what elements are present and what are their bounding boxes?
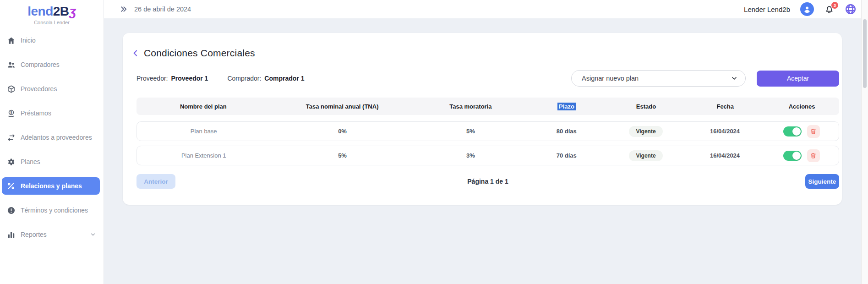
page-title: Condiciones Comerciales: [144, 48, 255, 59]
sidebar-item-label: Inicio: [21, 37, 36, 44]
status-toggle[interactable]: [783, 126, 802, 137]
tna-cell: 0%: [270, 128, 414, 135]
sidebar-item-relaciones-y-planes[interactable]: Relaciones y planes: [2, 177, 100, 195]
percent-icon: [6, 181, 16, 191]
page-scrollbar[interactable]: [861, 0, 868, 284]
chevron-down-icon: [731, 75, 738, 82]
sidebar-item-prestamos[interactable]: $ Préstamos: [2, 104, 100, 122]
sidebar-item-label: Proveedores: [21, 85, 57, 93]
sidebar: lend2Bʒ Consola Lender Inicio Compradore…: [0, 0, 104, 284]
bar-chart-icon: [6, 230, 16, 239]
page-info: Página 1 de 1: [467, 178, 508, 185]
late-rate-cell: 5%: [415, 128, 527, 135]
sidebar-item-inicio[interactable]: Inicio: [2, 32, 100, 49]
table-header-row: Nombre del plan Tasa nominal anual (TNA)…: [136, 98, 839, 115]
late-rate-cell: 3%: [415, 152, 527, 159]
sidebar-item-label: Planes: [21, 158, 40, 165]
main-content: Condiciones Comerciales Proveedor: Prove…: [104, 18, 861, 284]
brand-logo: lend2Bʒ Consola Lender: [0, 0, 104, 25]
condiciones-card: Condiciones Comerciales Proveedor: Prove…: [123, 33, 842, 205]
user-avatar[interactable]: [800, 2, 814, 16]
language-globe-icon[interactable]: [845, 3, 857, 15]
scrollbar-thumb[interactable]: [863, 19, 867, 88]
status-badge: Vigente: [629, 126, 662, 137]
delete-button[interactable]: [807, 149, 820, 162]
sidebar-item-adelantos[interactable]: Adelantos a proveedores: [2, 129, 100, 146]
header-acciones: Acciones: [764, 103, 839, 110]
sidebar-item-label: Adelantos a proveedores: [21, 134, 92, 141]
package-icon: [6, 84, 16, 93]
selected-text-plazo: Plazo: [557, 103, 576, 110]
transfer-icon: [6, 133, 16, 142]
status-cell: Vigente: [606, 150, 685, 161]
plan-name-cell: Plan base: [137, 128, 270, 135]
header-tna: Tasa nominal anual (TNA): [270, 103, 415, 110]
trash-icon: [810, 152, 817, 159]
users-icon: [6, 60, 16, 69]
assign-plan-select[interactable]: Asignar nuevo plan: [571, 70, 746, 87]
logo-text-lend: lend: [27, 4, 53, 18]
table-row: Plan Extension 1 5% 3% 70 días Vigente 1…: [136, 146, 839, 165]
date-cell: 16/04/2024: [686, 152, 764, 159]
logo-text-2b: 2B: [53, 4, 69, 18]
term-cell: 80 días: [527, 128, 606, 135]
provider-label: Proveedor:: [136, 75, 168, 82]
notifications-bell-icon[interactable]: 3: [824, 4, 835, 15]
previous-page-button[interactable]: Anterior: [136, 174, 175, 189]
svg-text:$: $: [10, 111, 12, 115]
toolbar: Proveedor: Proveedor 1 Comprador: Compra…: [136, 70, 839, 87]
sidebar-nav: Inicio Compradores Proveedores $ Préstam…: [0, 32, 104, 243]
logo-accent-glyph: ʒ: [70, 4, 76, 18]
trash-icon: [810, 128, 817, 135]
sidebar-item-proveedores[interactable]: Proveedores: [2, 80, 100, 98]
back-chevron-icon[interactable]: [131, 49, 140, 58]
date-cell: 16/04/2024: [686, 128, 764, 135]
status-badge: Vigente: [629, 150, 662, 161]
sidebar-item-compradores[interactable]: Compradores: [2, 56, 100, 73]
accept-button[interactable]: Aceptar: [757, 71, 839, 87]
chevron-down-icon: [90, 231, 96, 238]
delete-button[interactable]: [807, 125, 820, 138]
sidebar-item-planes[interactable]: Planes: [2, 153, 100, 170]
actions-cell: [764, 125, 839, 138]
plan-name-cell: Plan Extension 1: [137, 152, 270, 159]
header-tasa-moratoria: Tasa moratoria: [415, 103, 527, 110]
sidebar-item-terminos[interactable]: Términos y condiciones: [2, 202, 100, 219]
alert-icon: [6, 206, 16, 215]
term-cell: 70 días: [527, 152, 606, 159]
gear-icon: [6, 157, 16, 166]
brand-subtitle: Consola Lender: [0, 20, 104, 25]
assign-plan-select-value: Asignar nuevo plan: [582, 75, 639, 82]
topbar: 26 de abril de 2024 Lender Lend2b 3: [104, 0, 861, 18]
buyer-value: Comprador 1: [264, 75, 304, 82]
next-page-button[interactable]: Siguiente: [805, 174, 839, 189]
buyer-label: Comprador:: [227, 75, 261, 82]
user-name: Lender Lend2b: [744, 5, 790, 13]
sidebar-item-label: Términos y condiciones: [21, 207, 88, 214]
sidebar-item-label: Compradores: [21, 61, 60, 68]
sidebar-item-label: Reportes: [21, 231, 47, 238]
topbar-date: 26 de abril de 2024: [134, 5, 191, 13]
sidebar-item-reportes[interactable]: Reportes: [2, 226, 100, 243]
status-cell: Vigente: [606, 126, 685, 137]
toggle-knob: [792, 152, 801, 160]
sidebar-item-label: Relaciones y planes: [21, 182, 82, 190]
notification-badge: 3: [831, 2, 838, 9]
provider-value: Proveedor 1: [171, 75, 208, 82]
header-plazo: Plazo: [527, 103, 606, 110]
tna-cell: 5%: [270, 152, 414, 159]
loan-icon: $: [6, 109, 16, 118]
provider-pair: Proveedor: Proveedor 1: [136, 75, 208, 82]
table-row: Plan base 0% 5% 80 días Vigente 16/04/20…: [136, 121, 839, 141]
toggle-knob: [792, 127, 801, 136]
home-icon: [6, 36, 16, 45]
buyer-pair: Comprador: Comprador 1: [227, 75, 304, 82]
status-toggle[interactable]: [783, 151, 802, 161]
actions-cell: [764, 149, 839, 162]
sidebar-collapse-icon[interactable]: [120, 5, 128, 13]
sidebar-item-label: Préstamos: [21, 109, 51, 117]
header-estado: Estado: [606, 103, 686, 110]
header-nombre-del-plan: Nombre del plan: [136, 103, 270, 110]
pagination: Anterior Página 1 de 1 Siguiente: [136, 174, 839, 189]
header-fecha: Fecha: [686, 103, 764, 110]
